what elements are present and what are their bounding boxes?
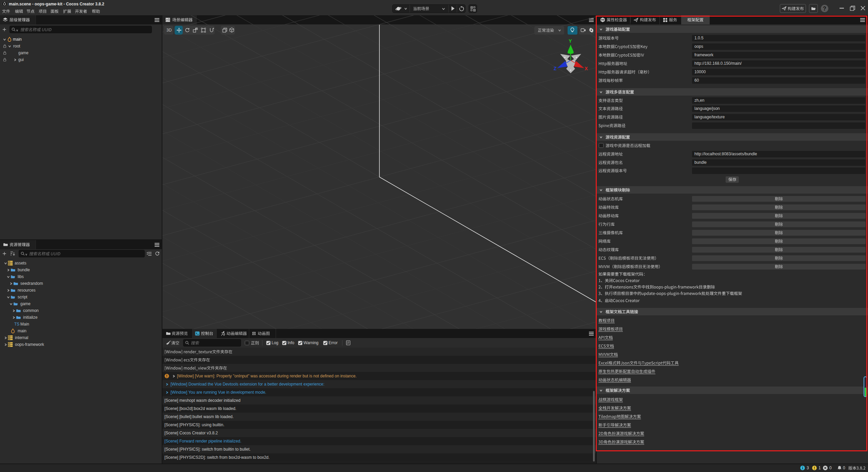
svg-text:?: ? (823, 6, 826, 12)
svg-text:Y: Y (569, 38, 572, 44)
svg-text:Z: Z (554, 66, 557, 71)
svg-text:X: X (585, 66, 588, 71)
